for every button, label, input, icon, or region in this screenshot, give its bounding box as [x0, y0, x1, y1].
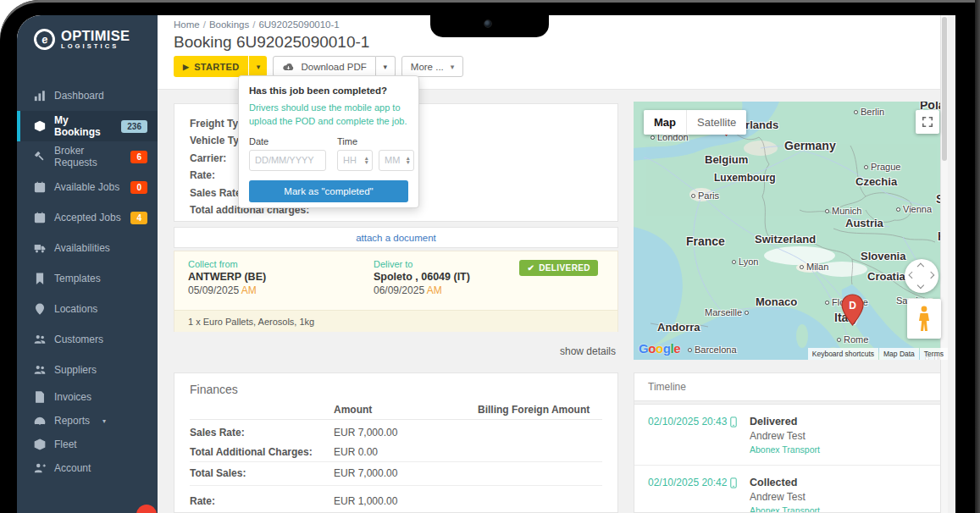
show-details-link[interactable]: show details [174, 345, 616, 357]
check-icon: ✔ [527, 263, 534, 273]
map-label-croatia: Croatia [867, 270, 905, 283]
chart-bar-icon [33, 90, 46, 102]
sidebar: e OPTIMISE LOGISTICS Dashboard My Bookin… [17, 15, 158, 513]
map-label-munich: Munich [825, 206, 861, 216]
timeline-event-link[interactable]: 02/10/2025 20:42 [648, 477, 750, 488]
sidebar-item-invoices[interactable]: Invoices [17, 385, 158, 409]
route-stops: Collect from ANTWERP (BE) 05/09/2025 AM … [174, 251, 617, 310]
timeline-event-link[interactable]: 02/10/2025 20:43 [648, 416, 750, 428]
user-plus-icon [33, 462, 46, 475]
sidebar-item-customers[interactable]: Customers [17, 324, 158, 355]
breadcrumb-home[interactable]: Home [174, 19, 200, 30]
map-label-germany: Germany [784, 139, 836, 152]
map-type-map-button[interactable]: Map [644, 110, 686, 135]
pegman-icon [917, 306, 931, 333]
sidebar-item-my-bookings[interactable]: My Bookings 236 [17, 111, 158, 141]
map-label-slovenia: Slovenia [861, 250, 905, 262]
table-row: Rate:EUR 1,000.00 [190, 491, 602, 510]
chevron-down-icon: ▾ [451, 63, 455, 71]
download-dropdown-caret[interactable]: ▾ [376, 56, 396, 77]
sidebar-item-accepted-jobs[interactable]: Accepted Jobs 4 [17, 202, 158, 233]
map-label-austria: Austria [845, 217, 883, 229]
sidebar-item-templates[interactable]: Templates [17, 263, 158, 294]
download-pdf-button[interactable]: Download PDF [273, 56, 375, 77]
fullscreen-button[interactable] [916, 110, 939, 134]
route-map[interactable]: Poland Netherlands Germany Belgium Luxem… [634, 102, 948, 360]
terms-link[interactable]: Terms [920, 348, 948, 360]
status-dropdown-caret[interactable]: ▾ [249, 56, 267, 77]
sidebar-item-suppliers[interactable]: Suppliers [17, 355, 158, 385]
users-icon [33, 334, 46, 346]
event-company-link[interactable]: Abonex Transport [750, 505, 933, 513]
complete-job-popover: Has this job been completed? Drivers sho… [238, 75, 419, 208]
time-label: Time [337, 136, 414, 146]
page-title: Booking 6U92025090010-1 [174, 33, 369, 52]
pan-left-icon [909, 272, 916, 279]
finances-header-row: Amount Billing Foreign Amount [190, 400, 602, 420]
sidebar-item-dashboard[interactable]: Dashboard [17, 80, 158, 111]
map-label-prague: Prague [864, 162, 900, 172]
map-pin-icon [33, 303, 46, 316]
minutes-input[interactable]: MM▲▼ [379, 150, 414, 171]
sidebar-item-available-jobs[interactable]: Available Jobs 0 [17, 172, 158, 202]
play-icon: ▶ [183, 63, 189, 71]
deliver-map-marker[interactable]: D [841, 294, 864, 329]
map-type-satellite-button[interactable]: Satellite [686, 110, 746, 135]
available-jobs-badge: 0 [130, 181, 147, 194]
attach-document-link[interactable]: attach a document [356, 233, 436, 243]
main-content: Home/Bookings/6U92025090010-1 Booking 6U… [158, 15, 948, 513]
timeline-event: 02/10/2025 20:42 Collected Andrew Test A… [634, 465, 947, 513]
keyboard-shortcuts-link[interactable]: Keyboard shortcuts [808, 348, 878, 360]
status-started-button[interactable]: ▶ STARTED [174, 56, 248, 77]
pan-down-icon [917, 282, 924, 289]
sidebar-item-broker-requests[interactable]: Broker Requests 6 [17, 141, 158, 172]
billing-foreign-column-header: Billing Foreign Amount [478, 404, 602, 416]
finances-title: Finances [190, 383, 602, 396]
collect-stop: Collect from ANTWERP (BE) 05/09/2025 AM [188, 259, 266, 296]
route-panel: Collect from ANTWERP (BE) 05/09/2025 AM … [174, 251, 618, 332]
accepted-jobs-badge: 4 [130, 212, 147, 224]
app-logo[interactable]: e OPTIMISE LOGISTICS [17, 15, 158, 50]
mark-completed-button[interactable]: Mark as "completed" [249, 180, 408, 202]
sidebar-item-fleet[interactable]: Fleet [17, 433, 158, 456]
sidebar-item-availabilities[interactable]: Availabilities [17, 233, 158, 263]
sidebar-item-locations[interactable]: Locations [17, 294, 158, 324]
scrollbar-thumb[interactable] [942, 17, 947, 161]
table-row: Total Sales:EUR 7,000.00 [190, 461, 602, 483]
sidebar-item-reports[interactable]: Reports ▾ [17, 409, 158, 433]
date-input[interactable]: DD/MM/YYYY [249, 150, 326, 171]
map-label-rome: Rome [837, 334, 868, 345]
map-label-belgium: Belgium [705, 153, 748, 166]
mobile-phone-icon [730, 416, 737, 428]
logo-tagline: LOGISTICS [61, 42, 130, 50]
chevron-down-icon: ▾ [102, 417, 106, 425]
collect-date: 05/09/2025 AM [188, 284, 266, 296]
stepper-icon[interactable]: ▲▼ [364, 156, 369, 165]
map-label-france: France [686, 234, 725, 248]
scrollbar[interactable] [940, 15, 948, 513]
map-pan-control[interactable] [905, 259, 938, 293]
finances-panel: Finances Amount Billing Foreign Amount S… [174, 372, 618, 513]
hours-input[interactable]: HH▲▼ [337, 150, 373, 171]
users-icon [33, 364, 46, 377]
more-button[interactable]: More ... ▾ [401, 56, 464, 77]
bookings-count-badge: 236 [121, 120, 147, 133]
sidebar-item-account[interactable]: Account [17, 456, 158, 480]
map-data-link[interactable]: Map Data [879, 348, 919, 360]
chat-widget-button[interactable] [136, 505, 157, 513]
street-view-pegman[interactable] [907, 299, 941, 339]
popover-note: Drivers should use the mobile app to upl… [249, 102, 408, 129]
breadcrumb: Home/Bookings/6U92025090010-1 [174, 19, 340, 30]
deliver-label: Deliver to [374, 259, 470, 269]
map-label-barcelona: Barcelona [688, 345, 737, 355]
map-label-marseille: Marseille [705, 307, 749, 317]
sidebar-nav: Dashboard My Bookings 236 Broker Request… [17, 80, 158, 480]
amount-column-header: Amount [334, 404, 478, 416]
map-label-vienna: Vienna [896, 204, 932, 214]
deliver-date: 06/09/2025 AM [374, 284, 470, 296]
map-label-monaco: Monaco [756, 295, 797, 308]
stepper-icon[interactable]: ▲▼ [406, 156, 411, 165]
popover-title: Has this job been completed? [249, 86, 408, 96]
event-company-link[interactable]: Abonex Transport [750, 444, 933, 455]
breadcrumb-bookings[interactable]: Bookings [209, 19, 249, 30]
